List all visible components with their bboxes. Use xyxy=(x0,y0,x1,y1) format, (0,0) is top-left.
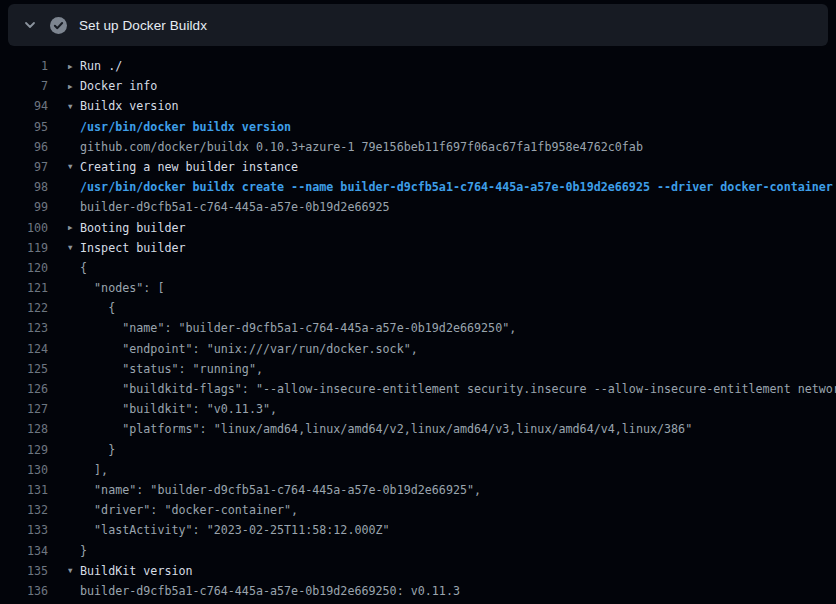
step-header[interactable]: Set up Docker Buildx xyxy=(8,4,828,46)
line-number-link[interactable]: 94 xyxy=(0,96,48,116)
log-line: 98/usr/bin/docker buildx create --name b… xyxy=(0,177,836,197)
line-number-link[interactable]: 1 xyxy=(0,56,48,76)
line-number-link[interactable]: 99 xyxy=(0,197,48,217)
line-number-link[interactable]: 96 xyxy=(0,137,48,157)
log-lines: 1▶Run ./7▶Docker info94▼Buildx version95… xyxy=(0,56,836,604)
triangle-down-icon[interactable]: ▼ xyxy=(68,238,80,258)
log-group-toggle[interactable]: ▶Docker info xyxy=(48,76,157,96)
log-line: 134} xyxy=(0,541,836,561)
log-line: 123 "name": "builder-d9cfb5a1-c764-445a-… xyxy=(0,318,836,338)
log-output-text: { xyxy=(80,261,87,275)
line-number-link[interactable]: 128 xyxy=(0,419,48,439)
log-line: 126 "buildkitd-flags": "--allow-insecure… xyxy=(0,379,836,399)
log-line: 96github.com/docker/buildx 0.10.3+azure-… xyxy=(0,137,836,157)
log-group-title: Buildx version xyxy=(80,99,179,113)
log-line: 128 "platforms": "linux/amd64,linux/amd6… xyxy=(0,419,836,439)
line-number-link[interactable]: 97 xyxy=(0,157,48,177)
line-number-link[interactable]: 119 xyxy=(0,238,48,258)
check-circle-icon xyxy=(50,17,67,34)
line-number-link[interactable]: 98 xyxy=(0,177,48,197)
step-title: Set up Docker Buildx xyxy=(79,18,207,33)
line-number-link[interactable]: 123 xyxy=(0,318,48,338)
line-number-link[interactable]: 126 xyxy=(0,379,48,399)
log-line: 121 "nodes": [ xyxy=(0,278,836,298)
log-line: 135▼BuildKit version xyxy=(0,561,836,581)
log-line: 124 "endpoint": "unix:///var/run/docker.… xyxy=(0,339,836,359)
log-output-text: "driver": "docker-container", xyxy=(80,503,298,517)
line-number-link[interactable]: 134 xyxy=(0,541,48,561)
log-output-text: "name": "builder-d9cfb5a1-c764-445a-a57e… xyxy=(80,321,516,335)
line-number-link[interactable]: 95 xyxy=(0,117,48,137)
log-output-text: builder-d9cfb5a1-c764-445a-a57e-0b19d2e6… xyxy=(80,584,460,598)
log-command-text: /usr/bin/docker buildx create --name bui… xyxy=(80,180,833,194)
log-output-text: } xyxy=(80,443,115,457)
log-group-title: Run ./ xyxy=(80,59,122,73)
line-number-link[interactable]: 100 xyxy=(0,218,48,238)
log-line: 127 "buildkit": "v0.11.3", xyxy=(0,399,836,419)
log-line: 133 "lastActivity": "2023-02-25T11:58:12… xyxy=(0,520,836,540)
log-output-text: } xyxy=(80,544,87,558)
log-line: 119▼Inspect builder xyxy=(0,238,836,258)
log-line: 125 "status": "running", xyxy=(0,359,836,379)
log-line: 94▼Buildx version xyxy=(0,96,836,116)
line-number-link[interactable]: 129 xyxy=(0,440,48,460)
log-group-title: Creating a new builder instance xyxy=(80,160,298,174)
line-number-link[interactable]: 127 xyxy=(0,399,48,419)
log-line: 95/usr/bin/docker buildx version xyxy=(0,117,836,137)
log-line: 122 { xyxy=(0,298,836,318)
log-group-toggle[interactable]: ▶Booting builder xyxy=(48,218,186,238)
log-group-toggle[interactable]: ▼BuildKit version xyxy=(48,561,193,581)
log-group-title: BuildKit version xyxy=(80,564,193,578)
triangle-down-icon[interactable]: ▼ xyxy=(68,561,80,581)
log-group-toggle[interactable]: ▼Buildx version xyxy=(48,96,179,116)
log-line: 97▼Creating a new builder instance xyxy=(0,157,836,177)
log-line: 131 "name": "builder-d9cfb5a1-c764-445a-… xyxy=(0,480,836,500)
log-output-text: "buildkit": "v0.11.3", xyxy=(80,402,277,416)
log-line: 120{ xyxy=(0,258,836,278)
line-number-link[interactable]: 136 xyxy=(0,581,48,601)
triangle-right-icon[interactable]: ▶ xyxy=(68,77,80,97)
log-group-toggle[interactable]: ▶Run ./ xyxy=(48,56,122,76)
log-line: 99builder-d9cfb5a1-c764-445a-a57e-0b19d2… xyxy=(0,197,836,217)
triangle-right-icon[interactable]: ▶ xyxy=(68,57,80,77)
log-group-toggle[interactable]: ▼Creating a new builder instance xyxy=(48,157,298,177)
line-number-link[interactable]: 130 xyxy=(0,460,48,480)
line-number-link[interactable]: 131 xyxy=(0,480,48,500)
line-number-link[interactable]: 125 xyxy=(0,359,48,379)
triangle-right-icon[interactable]: ▶ xyxy=(68,218,80,238)
log-line: 100▶Booting builder xyxy=(0,218,836,238)
log-line: 136builder-d9cfb5a1-c764-445a-a57e-0b19d… xyxy=(0,581,836,601)
line-number-link[interactable]: 7 xyxy=(0,76,48,96)
line-number-link[interactable]: 124 xyxy=(0,339,48,359)
log-group-title: Inspect builder xyxy=(80,241,186,255)
triangle-down-icon[interactable]: ▼ xyxy=(68,97,80,117)
log-output-text: { xyxy=(80,301,115,315)
line-number-link[interactable]: 132 xyxy=(0,500,48,520)
line-number-link[interactable]: 120 xyxy=(0,258,48,278)
log-line: 129 } xyxy=(0,440,836,460)
log-output-text: "buildkitd-flags": "--allow-insecure-ent… xyxy=(80,382,836,396)
log-line: 132 "driver": "docker-container", xyxy=(0,500,836,520)
log-output-text: "endpoint": "unix:///var/run/docker.sock… xyxy=(80,342,418,356)
log-line: 7▶Docker info xyxy=(0,76,836,96)
log-line: 1▶Run ./ xyxy=(0,56,836,76)
log-group-title: Booting builder xyxy=(80,221,186,235)
log-output-text: github.com/docker/buildx 0.10.3+azure-1 … xyxy=(80,140,643,154)
log-output-text: "status": "running", xyxy=(80,362,263,376)
log-group-title: Docker info xyxy=(80,79,157,93)
line-number-link[interactable]: 121 xyxy=(0,278,48,298)
log-command-text: /usr/bin/docker buildx version xyxy=(80,120,291,134)
log-group-toggle[interactable]: ▼Inspect builder xyxy=(48,238,186,258)
chevron-down-icon[interactable] xyxy=(20,15,40,35)
line-number-link[interactable]: 122 xyxy=(0,298,48,318)
line-number-link[interactable]: 133 xyxy=(0,520,48,540)
log-output-text: "lastActivity": "2023-02-25T11:58:12.000… xyxy=(80,523,390,537)
log-output-text: "platforms": "linux/amd64,linux/amd64/v2… xyxy=(80,422,692,436)
log-output-text: ], xyxy=(80,463,108,477)
log-line: 130 ], xyxy=(0,460,836,480)
log-output-text: builder-d9cfb5a1-c764-445a-a57e-0b19d2e6… xyxy=(80,200,390,214)
line-number-link[interactable]: 135 xyxy=(0,561,48,581)
triangle-down-icon[interactable]: ▼ xyxy=(68,157,80,177)
log-output-text: "nodes": [ xyxy=(80,281,164,295)
log-output-text: "name": "builder-d9cfb5a1-c764-445a-a57e… xyxy=(80,483,481,497)
